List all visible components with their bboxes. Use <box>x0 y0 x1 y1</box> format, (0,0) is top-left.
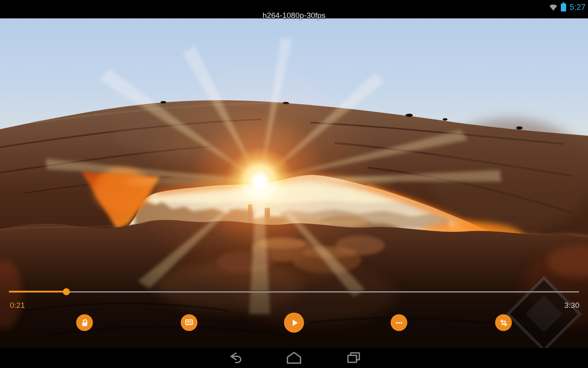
vlc-player-screen: h264-1080p-30fps 5:27 0:21 3:30 <box>0 0 588 368</box>
seek-thumb[interactable] <box>63 288 70 295</box>
video-title: h264-1080p-30fps <box>263 11 325 20</box>
subtitles-button[interactable] <box>181 314 198 331</box>
back-icon <box>228 351 243 364</box>
android-nav-bar <box>0 348 588 368</box>
aspect-crop-button[interactable] <box>495 314 512 331</box>
wifi-icon <box>548 2 558 11</box>
play-button[interactable] <box>284 313 304 333</box>
recents-button[interactable] <box>345 350 363 366</box>
back-button[interactable] <box>226 349 245 367</box>
home-icon <box>285 351 303 364</box>
lock-button[interactable] <box>76 314 93 331</box>
lock-open-icon <box>80 318 89 328</box>
status-clock: 5:27 <box>570 2 586 12</box>
status-cluster: 5:27 <box>548 2 586 12</box>
subtitles-icon <box>184 318 194 328</box>
recents-icon <box>346 351 361 364</box>
seek-track[interactable] <box>9 291 579 292</box>
home-button[interactable] <box>284 350 304 367</box>
battery-icon <box>561 2 566 11</box>
total-time[interactable]: 3:30 <box>564 301 579 310</box>
crop-icon <box>499 318 508 328</box>
play-icon <box>288 317 300 328</box>
ellipsis-icon <box>394 318 404 328</box>
more-options-button[interactable] <box>391 314 408 331</box>
controls-scrim <box>0 268 588 348</box>
elapsed-time: 0:21 <box>10 301 25 310</box>
seek-progress <box>9 291 67 292</box>
seek-bar[interactable] <box>9 289 579 295</box>
top-bar: h264-1080p-30fps 5:27 <box>0 0 588 18</box>
